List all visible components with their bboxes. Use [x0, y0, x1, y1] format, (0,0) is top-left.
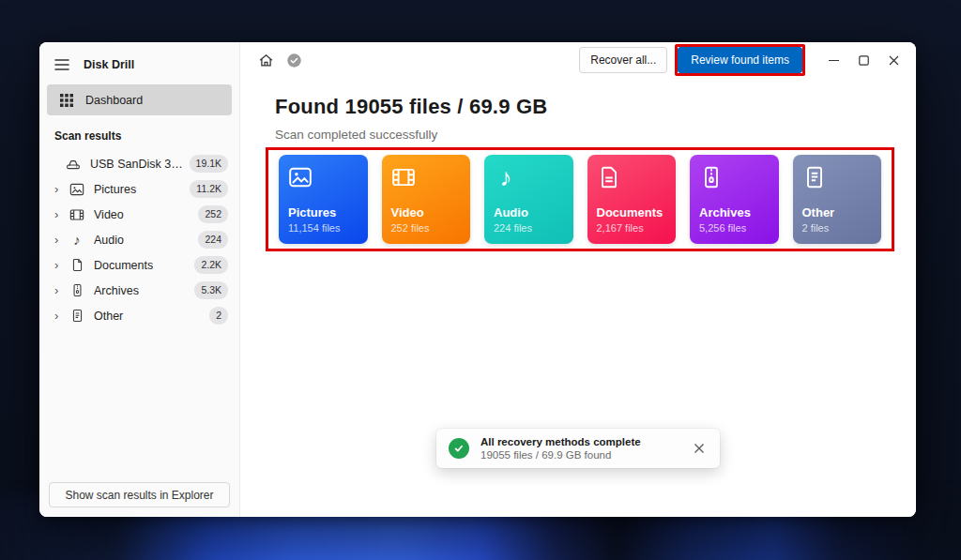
card-label: Audio: [494, 205, 564, 219]
count-badge: 5.3K: [194, 281, 228, 299]
sidebar-item-label: USB SanDisk 3.2Gen1...: [90, 158, 184, 171]
sidebar-item-other[interactable]: › Other 2: [39, 303, 239, 328]
archives-icon: [69, 283, 84, 298]
page-subtitle: Scan completed successfully: [275, 128, 916, 142]
maximize-button[interactable]: [848, 46, 878, 74]
documents-icon: [597, 165, 621, 189]
minimize-button[interactable]: [818, 46, 848, 74]
toast-close-icon[interactable]: [690, 439, 709, 458]
chevron-right-icon[interactable]: ›: [54, 310, 69, 322]
red-annotation-box-review-button: Review found items: [675, 44, 805, 76]
sidebar-item-label: Other: [94, 310, 204, 323]
pictures-icon: [288, 165, 313, 189]
review-found-items-button[interactable]: Review found items: [678, 47, 802, 73]
page-header: Found 19055 files / 69.9 GB Scan complet…: [240, 78, 916, 142]
home-icon[interactable]: [258, 53, 274, 68]
sidebar-item-documents[interactable]: › Documents 2.2K: [39, 252, 239, 278]
toast-text: All recovery methods complete 19055 file…: [480, 436, 690, 461]
count-badge: 252: [198, 205, 228, 223]
audio-icon: ♪: [494, 165, 518, 189]
sidebar-item-video[interactable]: › Video 252: [39, 202, 239, 227]
red-annotation-box-cards: Pictures 11,154 files Video 252 files ♪ …: [266, 147, 894, 251]
sidebar-header: Disk Drill: [39, 50, 239, 81]
titlebar: Recover all... Review found items: [240, 42, 916, 78]
sidebar-item-usb-device[interactable]: USB SanDisk 3.2Gen1... 19.1K: [39, 151, 239, 176]
archives-icon: [699, 165, 724, 189]
card-count: 224 files: [494, 222, 564, 234]
close-button[interactable]: [878, 46, 908, 74]
scan-results-section-label: Scan results: [39, 115, 239, 151]
category-card-pictures[interactable]: Pictures 11,154 files: [279, 155, 368, 244]
sidebar-item-audio[interactable]: › ♪ Audio 224: [39, 227, 239, 252]
titlebar-actions: Recover all... Review found items: [579, 44, 908, 76]
count-badge: 2.2K: [194, 256, 228, 274]
category-card-other[interactable]: Other 2 files: [793, 155, 882, 244]
toast-subtitle: 19055 files / 69.9 GB found: [480, 449, 690, 461]
drive-icon: [66, 157, 81, 172]
count-badge: 2: [209, 307, 228, 325]
card-count: 2 files: [802, 222, 873, 234]
category-card-audio[interactable]: ♪ Audio 224 files: [484, 155, 573, 244]
card-label: Archives: [699, 205, 770, 219]
recover-all-button[interactable]: Recover all...: [579, 47, 667, 73]
category-card-video[interactable]: Video 252 files: [382, 155, 471, 244]
sidebar-item-dashboard[interactable]: Dashboard: [47, 84, 232, 115]
scan-complete-step-icon[interactable]: [286, 53, 302, 68]
app-title: Disk Drill: [84, 58, 134, 71]
chevron-right-icon[interactable]: ›: [54, 234, 69, 246]
video-icon: [69, 207, 84, 222]
card-label: Documents: [597, 205, 667, 219]
main-content: Recover all... Review found items: [240, 42, 916, 517]
chevron-right-icon[interactable]: ›: [54, 183, 69, 195]
titlebar-nav-icons: [258, 53, 302, 68]
card-label: Other: [802, 205, 873, 219]
window-controls: [818, 46, 908, 74]
sidebar-item-label: Video: [94, 208, 192, 221]
category-card-documents[interactable]: Documents 2,167 files: [587, 155, 677, 244]
sidebar: Disk Drill Dashboard Scan results USB Sa…: [39, 42, 240, 517]
audio-icon: ♪: [69, 233, 84, 248]
video-icon: [391, 165, 416, 189]
category-card-archives[interactable]: Archives 5,256 files: [690, 155, 779, 244]
page-title: Found 19055 files / 69.9 GB: [275, 95, 916, 119]
sidebar-item-label: Pictures: [94, 183, 184, 196]
chevron-right-icon[interactable]: ›: [54, 284, 69, 296]
card-label: Video: [391, 205, 462, 219]
count-badge: 19.1K: [190, 155, 228, 173]
count-badge: 11.2K: [190, 180, 228, 198]
card-label: Pictures: [288, 205, 358, 219]
other-file-icon: [802, 165, 827, 189]
sidebar-item-pictures[interactable]: › Pictures 11.2K: [39, 176, 239, 202]
hamburger-menu-icon[interactable]: [54, 58, 69, 71]
toast-title: All recovery methods complete: [480, 436, 690, 447]
count-badge: 224: [198, 231, 228, 249]
card-count: 11,154 files: [288, 222, 358, 234]
dashboard-grid-icon: [60, 94, 73, 107]
disk-drill-window: Disk Drill Dashboard Scan results USB Sa…: [39, 42, 916, 517]
card-count: 2,167 files: [597, 222, 667, 234]
documents-icon: [69, 258, 84, 273]
sidebar-item-label: Archives: [94, 284, 189, 297]
pictures-icon: [69, 182, 84, 197]
sidebar-item-label: Audio: [94, 234, 192, 247]
show-scan-results-in-explorer-button[interactable]: Show scan results in Explorer: [49, 482, 230, 507]
success-check-icon: [449, 438, 469, 459]
card-count: 252 files: [391, 222, 462, 234]
chevron-right-icon[interactable]: ›: [54, 208, 69, 220]
sidebar-item-label: Dashboard: [85, 94, 143, 107]
sidebar-item-archives[interactable]: › Archives 5.3K: [39, 278, 239, 303]
other-file-icon: [69, 309, 84, 324]
chevron-right-icon[interactable]: ›: [54, 259, 69, 271]
card-count: 5,256 files: [699, 222, 770, 234]
sidebar-item-label: Documents: [94, 259, 189, 272]
recovery-complete-toast: All recovery methods complete 19055 file…: [436, 429, 720, 468]
